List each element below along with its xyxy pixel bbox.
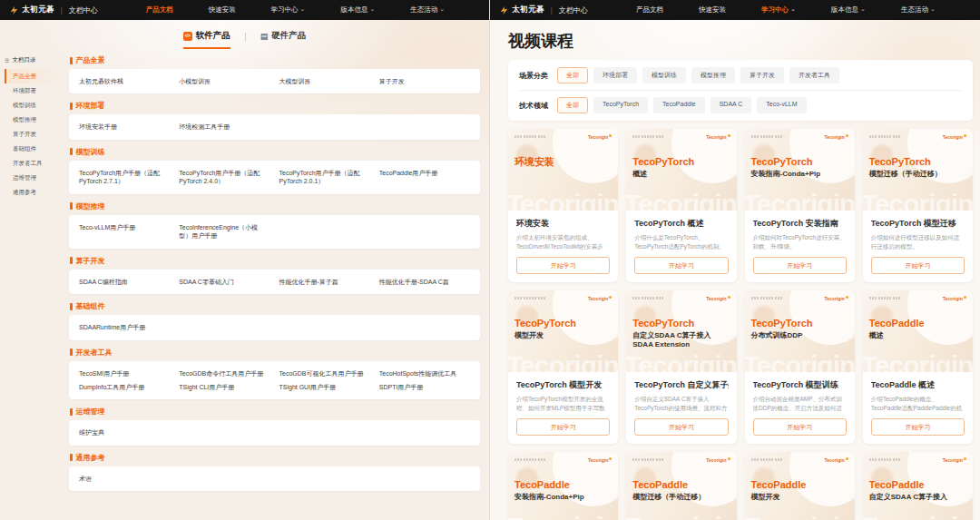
sidebar-item[interactable]: 基础组件 [5, 142, 64, 156]
sidebar-item-label: 通用参考 [13, 189, 36, 195]
section-accent-bar [70, 348, 73, 356]
video-course-card[interactable]: Tecorigin TecoPaddle 安装指南-Conda+Pip Teco… [508, 452, 618, 520]
doc-link[interactable]: 太初元碁软件栈 [79, 77, 170, 85]
sidebar-item[interactable]: 通用参考 [5, 185, 64, 200]
filter-chip[interactable]: 全部 [557, 67, 588, 83]
brand[interactable]: 太初元碁 ｜ 文档中心 [499, 5, 588, 15]
decorative-tagline [514, 135, 545, 138]
tab-software-products[interactable]: </> 软件产品 [183, 30, 230, 49]
doc-link[interactable]: 环境安装手册 [79, 123, 170, 131]
video-course-card[interactable]: Tecorigin TecoPyTorch 分布式训练DDP Tecorigin… [745, 290, 855, 444]
video-course-card[interactable]: Tecorigin TecoPaddle 自定义SDAA C算子接入 Tecor… [863, 452, 973, 520]
doc-link[interactable]: TecoPyTorch用户手册（适配PyTorch 2.7.1） [79, 169, 170, 186]
doc-link[interactable]: TecoPyTorch用户手册（适配PyTorch 2.4.0） [179, 169, 270, 186]
doc-link[interactable]: SDAARuntime用户手册 [79, 323, 170, 331]
thumbnail-subtitle: 分布式训练DDP [751, 331, 831, 340]
doc-link[interactable]: DumpInfo工具用户手册 [79, 383, 170, 391]
start-learning-button[interactable]: 开始学习 [753, 418, 847, 436]
filter-chip[interactable]: 开发者工具 [789, 67, 839, 83]
filter-chip[interactable]: 模型训练 [642, 67, 686, 83]
sidebar-item[interactable]: 运维管理 [5, 171, 64, 185]
start-learning-button[interactable]: 开始学习 [753, 257, 847, 274]
doc-link[interactable]: 算子开发 [379, 77, 470, 85]
doc-link[interactable]: TecoInferenceEngine（小模型）用户手册 [179, 223, 270, 240]
doc-link[interactable]: 性能优化手册-算子篇 [279, 278, 370, 286]
nav-item[interactable]: 版本信息 ⌄ [831, 5, 866, 15]
section-accent-bar [70, 148, 73, 155]
doc-link[interactable]: TecoGDB命令行工具用户手册 [179, 369, 270, 378]
product-docs-page: 太初元碁 ｜ 文档中心 产品文档 ⌄ 快速安装 ⌄ 学习中心 ⌄ 版本信息 [0, 0, 490, 520]
doc-link[interactable]: TSight GUI用户手册 [279, 383, 370, 391]
doc-link[interactable]: 性能优化手册-SDAA C篇 [379, 278, 470, 286]
video-course-card[interactable]: Tecorigin TecoPyTorch 安装指南-Conda+Pip Tec… [745, 129, 855, 282]
filter-chip[interactable]: Teco-vLLM [757, 97, 806, 113]
video-course-card[interactable]: Tecorigin TecoPyTorch 概述 Tecorigin TecoP… [626, 129, 736, 282]
start-learning-button[interactable]: 开始学习 [871, 257, 965, 274]
doc-section: 模型推理 Teco-vLLM用户手册TecoInferenceEngine（小模… [69, 200, 480, 249]
thumbnail-title: TecoPyTorch [632, 156, 730, 168]
video-course-card[interactable]: Tecorigin TecoPyTorch 模型迁移（手动迁移） Tecorig… [863, 129, 973, 282]
brand[interactable]: 太初元碁 ｜ 文档中心 [9, 5, 98, 15]
doc-link[interactable]: SDPTI用户手册 [379, 383, 470, 391]
nav-item[interactable]: 产品文档 ⌄ [636, 5, 663, 15]
filter-chip[interactable]: 全部 [557, 97, 588, 113]
sidebar-item[interactable]: 模型训练 [5, 98, 64, 113]
thumbnail-title: TecoPyTorch [869, 156, 966, 168]
doc-link[interactable]: 小模型训推 [179, 77, 270, 85]
tecorigin-logo: Tecorigin [825, 457, 848, 463]
start-learning-button[interactable]: 开始学习 [516, 257, 610, 274]
video-course-card[interactable]: Tecorigin TecoPaddle 模型开发 Tecorigin Teco… [745, 452, 855, 520]
filter-chip[interactable]: TecoPyTorch [593, 97, 648, 113]
section-title: 模型推理 [76, 201, 105, 211]
start-learning-button[interactable]: 开始学习 [634, 257, 728, 274]
doc-link[interactable]: 环境检测工具手册 [179, 123, 270, 131]
video-course-card[interactable]: Tecorigin TecoPaddle 概述 Tecorigin TecoPa… [863, 290, 973, 444]
doc-link[interactable]: 维护宝典 [79, 428, 170, 437]
doc-link[interactable]: TecoPyTorch用户手册（适配PyTorch 2.0.1） [279, 169, 370, 186]
doc-link[interactable]: TecoGDB可视化工具用户手册 [279, 369, 370, 378]
thumbnail-subtitle: 安装指南-Conda+Pip [514, 493, 594, 502]
decorative-tagline [751, 458, 782, 461]
start-learning-button[interactable]: 开始学习 [516, 418, 610, 436]
docs-main: 产品全景 太初元碁软件栈小模型训推大模型训推算子开发 环境部署 [65, 52, 489, 496]
filter-chip[interactable]: TecoPaddle [653, 97, 705, 113]
course-thumbnail: Tecorigin TecoPyTorch 安装指南-Conda+Pip Tec… [745, 129, 855, 211]
doc-link[interactable]: 大模型训推 [279, 77, 370, 85]
nav-item[interactable]: 生态活动 ⌄ [410, 5, 445, 15]
tab-hardware-products[interactable]: ▤ 硬件产品 [260, 30, 307, 49]
nav-item[interactable]: 快速安装 ⌄ [209, 5, 236, 15]
sidebar-item[interactable]: 产品全景 [5, 69, 64, 83]
nav-item[interactable]: 学习中心 ⌄ [761, 5, 796, 15]
nav-item[interactable]: 学习中心 ⌄ [271, 5, 306, 15]
doc-link[interactable]: SDAA C零基础入门 [179, 278, 270, 286]
nav-item[interactable]: 快速安装 ⌄ [699, 5, 726, 15]
course-card-body: 环境安装 介绍太初环境安装包的组成、TecoDriver和TecoToolkit… [508, 211, 618, 282]
doc-link[interactable]: SDAA C编程指南 [79, 278, 170, 286]
filter-chip[interactable]: 算子开发 [740, 67, 784, 83]
filter-chip[interactable]: SDAA C [710, 97, 752, 113]
sidebar-item[interactable]: 算子开发 [5, 127, 64, 142]
sidebar-item[interactable]: 模型推理 [5, 113, 64, 127]
start-learning-button[interactable]: 开始学习 [871, 418, 965, 436]
sidebar-item[interactable]: 环境部署 [5, 83, 64, 98]
section-title: 环境部署 [76, 101, 105, 111]
video-course-card[interactable]: Tecorigin TecoPyTorch 模型开发 Tecorigin Tec… [508, 290, 618, 444]
watermark-text: Tecorigin [508, 350, 618, 372]
nav-item[interactable]: 版本信息 ⌄ [340, 5, 375, 15]
doc-link[interactable]: Teco-vLLM用户手册 [79, 223, 170, 240]
doc-link[interactable]: TSight CLI用户手册 [179, 383, 270, 391]
sidebar-item[interactable]: 开发者工具 [5, 156, 64, 171]
filter-chip[interactable]: 模型推理 [691, 67, 735, 83]
course-description: 介绍TecoPaddle的概念、TecoPaddle适配PaddlePaddle… [871, 395, 965, 413]
doc-link[interactable]: TecoPaddle用户手册 [379, 169, 470, 186]
video-course-card[interactable]: Tecorigin TecoPyTorch 自定义SDAA C算子接入 SDAA… [626, 290, 736, 444]
doc-link[interactable]: TecoHotSpots性能调优工具 [379, 369, 470, 378]
filter-chip[interactable]: 环境部署 [593, 67, 637, 83]
video-course-card[interactable]: Tecorigin 环境安装 Tecorigin 环境安装 介绍太初环境安装包的… [508, 129, 618, 282]
doc-link[interactable]: TecoSMI用户手册 [79, 369, 170, 378]
start-learning-button[interactable]: 开始学习 [634, 418, 728, 436]
nav-item[interactable]: 产品文档 ⌄ [146, 5, 173, 15]
doc-link[interactable]: 术语 [79, 475, 170, 483]
nav-item[interactable]: 生态活动 ⌄ [901, 5, 936, 15]
video-course-card[interactable]: Tecorigin TecoPaddle 模型迁移（手动迁移） Tecorigi… [626, 452, 736, 520]
